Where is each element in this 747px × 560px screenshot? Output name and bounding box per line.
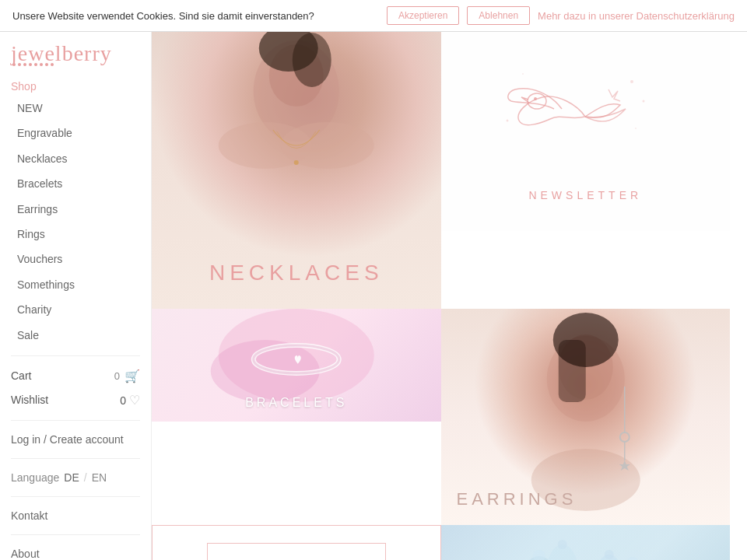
earrings-label: EARRINGS [457,489,577,509]
newsletter-bird-image [500,58,671,183]
product-grid: NECKLACES [152,29,747,560]
sidebar-item-charity[interactable]: Charity [0,297,151,322]
necklaces-label: NECKLACES [209,261,384,285]
sidebar-nav: NEW Engravable Necklaces Bracelets Earri… [0,96,151,348]
language-row: Language DE / EN [0,467,151,488]
wishlist-label: Wishlist [11,394,48,406]
logo-dot-2 [18,63,21,66]
sidebar-item-sale[interactable]: Sale [0,323,151,348]
sidebar-divider-1 [11,355,140,356]
sidebar-item-earrings[interactable]: Earrings [0,197,151,222]
cart-icon: 🛒 [124,369,140,383]
sidebar-divider-3 [11,458,140,459]
logo-dot-6 [40,63,43,66]
svg-point-12 [635,128,637,129]
sale-border: SALE [207,543,386,561]
necklaces-cell[interactable]: NECKLACES [152,29,441,309]
newsletter-label: NEWSLETTER [528,189,642,201]
shop-label: Shop [0,74,151,96]
cookie-message: Unsere Website verwendet Cookies. Sind s… [12,10,379,22]
lang-de[interactable]: DE [64,471,79,484]
somethings-image [441,525,731,560]
svg-point-24 [619,432,629,442]
logo-dot-1 [12,63,16,66]
svg-point-39 [626,557,637,560]
sidebar-item-new[interactable]: NEW [0,96,151,121]
logo-dot-3 [23,63,26,66]
bracelets-label: BRACELETS [245,396,347,410]
cart-row[interactable]: Cart 0 🛒 [0,364,151,388]
cookie-more-link[interactable]: Mehr dazu in unserer Datenschutzerklärun… [538,10,735,22]
cookie-bar: Unsere Website verwendet Cookies. Sind s… [0,0,747,32]
logo-dot-4 [29,63,32,66]
sidebar-item-bracelets[interactable]: Bracelets [0,171,151,196]
earrings-cell[interactable]: EARRINGS [441,309,731,525]
login-link[interactable]: Log in / Create account [0,429,151,450]
somethings-svg [441,525,731,560]
accept-button[interactable]: Akzeptieren [387,6,459,25]
logo-dot-5 [34,63,37,66]
sidebar-divider-4 [11,496,140,497]
bird-svg [500,58,671,175]
lang-en[interactable]: EN [92,471,107,484]
sidebar-divider-2 [11,420,140,421]
svg-point-7 [528,93,546,109]
svg-point-8 [534,97,537,100]
sale-cell[interactable]: SALE [152,525,441,560]
svg-rect-21 [558,340,585,402]
logo-area[interactable]: jewelberry [0,29,151,74]
about-link[interactable]: About [0,543,151,560]
wishlist-count: 0 [120,394,126,407]
sidebar-item-vouchers[interactable]: Vouchers [0,247,151,271]
svg-point-13 [522,73,524,75]
svg-point-6 [293,33,331,87]
cart-count-area: 0 🛒 [114,369,140,383]
logo-dot-8 [51,63,54,66]
sidebar-divider-5 [11,534,140,535]
sale-label: SALE [249,555,344,560]
sidebar-item-engravable[interactable]: Engravable [0,121,151,145]
sidebar-item-rings[interactable]: Rings [0,222,151,247]
svg-point-4 [294,160,299,165]
wishlist-row[interactable]: Wishlist 0 ♡ [0,388,151,412]
kontakt-link[interactable]: Kontakt [0,505,151,527]
svg-point-11 [507,120,509,122]
svg-point-35 [532,550,545,560]
sidebar: jewelberry Shop NEW Engravable Necklaces… [0,29,152,560]
svg-point-36 [557,540,566,549]
svg-point-38 [604,550,613,559]
cart-count: 0 [114,370,120,382]
main-content: NECKLACES [152,29,747,560]
cart-label: Cart [11,369,31,382]
newsletter-cell[interactable]: NEWSLETTER [441,29,731,231]
wishlist-count-area: 0 ♡ [120,393,140,408]
logo-dot-7 [45,63,48,66]
lang-separator: / [84,471,87,484]
heart-icon: ♡ [129,394,140,407]
language-label: Language [11,471,59,484]
decline-button[interactable]: Ablehnen [467,6,530,25]
sidebar-item-somethings[interactable]: Somethings [0,272,151,297]
somethings-cell[interactable] [441,525,731,560]
bracelets-cell[interactable]: BRACELETS [152,309,441,422]
svg-point-10 [643,100,645,103]
svg-point-9 [630,80,633,83]
sidebar-item-necklaces[interactable]: Necklaces [0,146,151,171]
